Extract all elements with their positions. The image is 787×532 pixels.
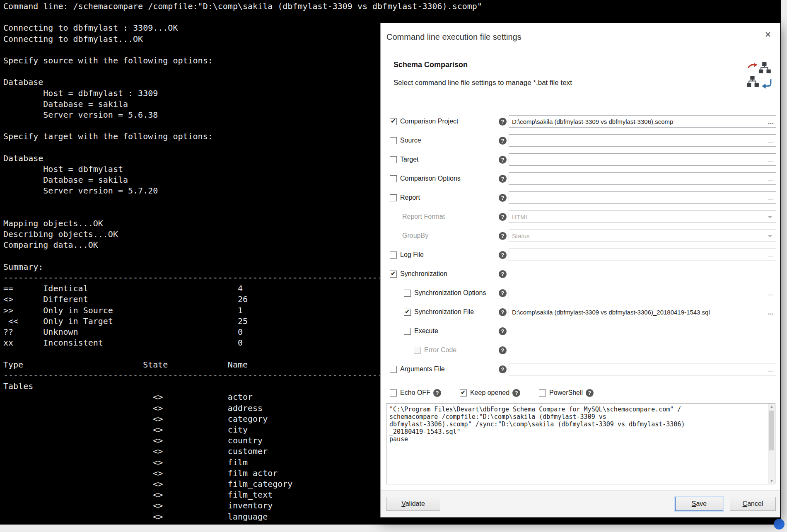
arguments-file-checkbox[interactable] xyxy=(390,366,397,373)
comparison-options-label: Comparison Options xyxy=(400,175,461,182)
synchronization-options-help-icon[interactable]: ? xyxy=(499,289,507,297)
report-checkbox[interactable] xyxy=(390,194,397,201)
synchronization-file-label: Synchronization File xyxy=(414,308,474,316)
synchronization-label: Synchronization xyxy=(400,270,447,278)
source-help-icon[interactable]: ? xyxy=(499,137,507,145)
row-target: Target ? … xyxy=(381,150,780,169)
error-code-label: Error Code xyxy=(424,346,456,354)
textarea-scrollbar[interactable] xyxy=(768,404,775,484)
notification-dot[interactable] xyxy=(774,519,785,530)
save-button-label: Save xyxy=(692,500,707,508)
report-format-label: Report Format xyxy=(402,213,445,220)
row-error-code: Error Code ? xyxy=(381,341,780,360)
synchronization-checkbox[interactable] xyxy=(390,271,397,278)
echo-off-checkbox[interactable] xyxy=(390,389,397,397)
dialog-title: Command line execution file settings xyxy=(386,32,521,42)
scrollbar-thumb[interactable] xyxy=(769,411,774,450)
synchronization-options-input[interactable] xyxy=(509,287,776,299)
powershell-checkbox[interactable] xyxy=(539,389,546,397)
comparison-project-input[interactable] xyxy=(509,115,776,128)
comparison-project-help-icon[interactable]: ? xyxy=(499,118,507,126)
row-report: Report ? … xyxy=(381,188,780,207)
row-synchronization-file: Synchronization File ? … xyxy=(381,302,780,322)
execute-help-icon[interactable]: ? xyxy=(499,327,507,335)
execute-checkbox[interactable] xyxy=(404,328,411,335)
row-comparison-options: Comparison Options ? … xyxy=(381,169,780,188)
target-checkbox[interactable] xyxy=(390,156,397,163)
synchronization-help-icon[interactable]: ? xyxy=(499,270,507,278)
close-icon[interactable]: ✕ xyxy=(763,29,773,40)
command-line-settings-dialog: Command line execution file settings ✕ S… xyxy=(380,23,780,517)
log-file-help-icon[interactable]: ? xyxy=(499,251,507,259)
arguments-file-input[interactable] xyxy=(509,363,776,375)
target-label: Target xyxy=(400,156,418,163)
synchronization-file-checkbox[interactable] xyxy=(404,309,411,316)
error-code-help-icon[interactable]: ? xyxy=(499,346,507,354)
synchronization-file-browse-button[interactable]: … xyxy=(766,306,776,318)
schema-comparison-heading: Schema Comparison xyxy=(394,60,468,69)
report-label: Report xyxy=(400,194,420,201)
synchronization-file-input[interactable] xyxy=(509,306,776,318)
groupby-label: GroupBy xyxy=(402,232,428,239)
source-browse-button[interactable]: … xyxy=(766,135,776,146)
row-execute: Execute ? xyxy=(381,322,780,341)
synchronization-options-checkbox[interactable] xyxy=(404,290,411,297)
echo-off-label: Echo OFF xyxy=(400,389,430,397)
dialog-footer: Validate Save Cancel xyxy=(381,490,780,517)
source-checkbox[interactable] xyxy=(390,137,397,144)
echo-off-group: Echo OFF ? xyxy=(390,389,443,397)
target-browse-button[interactable]: … xyxy=(766,154,776,165)
cancel-button[interactable]: Cancel xyxy=(730,497,776,511)
keep-opened-label: Keep opened xyxy=(470,389,509,397)
groupby-value: Status xyxy=(512,232,530,239)
validate-button-label: Validate xyxy=(401,500,425,508)
arguments-file-browse-button[interactable]: … xyxy=(766,363,776,375)
comparison-options-input[interactable] xyxy=(509,172,776,185)
echo-off-help-icon[interactable]: ? xyxy=(433,389,441,397)
keep-opened-checkbox[interactable] xyxy=(460,389,467,397)
schema-sync-icon xyxy=(746,61,773,90)
row-arguments-file: Arguments File ? … xyxy=(381,360,780,379)
arguments-file-help-icon[interactable]: ? xyxy=(499,365,507,373)
bat-options-row: Echo OFF ? Keep opened ? PowerShell ? xyxy=(390,387,612,399)
execute-label: Execute xyxy=(414,327,438,335)
row-synchronization-options: Synchronization Options ? … xyxy=(381,283,780,302)
keep-opened-group: Keep opened ? xyxy=(460,389,522,397)
comparison-options-help-icon[interactable]: ? xyxy=(499,175,507,183)
report-format-help-icon[interactable]: ? xyxy=(499,213,507,221)
save-button[interactable]: Save xyxy=(675,497,723,511)
settings-rows: Comparison Project ? … Source ? … Targ xyxy=(381,112,780,379)
log-file-input[interactable] xyxy=(509,249,776,261)
row-report-format: Report Format ? HTML xyxy=(381,207,780,226)
comparison-project-checkbox[interactable] xyxy=(390,118,397,125)
comparison-project-browse-button[interactable]: … xyxy=(766,116,776,127)
log-file-browse-button[interactable]: … xyxy=(766,249,776,261)
keep-opened-help-icon[interactable]: ? xyxy=(512,389,520,397)
bat-text-box: "C:\Program Files\Devart\dbForge Schema … xyxy=(386,403,775,484)
target-input[interactable] xyxy=(509,153,776,166)
report-browse-button[interactable]: … xyxy=(766,192,776,203)
synchronization-options-browse-button[interactable]: … xyxy=(766,287,776,299)
source-input[interactable] xyxy=(509,134,776,147)
row-source: Source ? … xyxy=(381,131,780,150)
comparison-options-browse-button[interactable]: … xyxy=(766,173,776,184)
row-synchronization: Synchronization ? xyxy=(381,264,780,283)
target-help-icon[interactable]: ? xyxy=(499,156,507,164)
report-format-select: HTML xyxy=(509,210,776,223)
report-input[interactable] xyxy=(509,191,776,204)
report-help-icon[interactable]: ? xyxy=(499,194,507,202)
comparison-options-checkbox[interactable] xyxy=(390,175,397,182)
log-file-label: Log File xyxy=(400,251,424,259)
row-comparison-project: Comparison Project ? … xyxy=(381,112,780,131)
comparison-project-label: Comparison Project xyxy=(400,118,459,125)
groupby-help-icon[interactable]: ? xyxy=(499,232,507,240)
log-file-checkbox[interactable] xyxy=(390,251,397,259)
synchronization-file-help-icon[interactable]: ? xyxy=(499,308,507,316)
powershell-help-icon[interactable]: ? xyxy=(586,389,594,397)
source-label: Source xyxy=(400,137,421,144)
bat-text-input[interactable]: "C:\Program Files\Devart\dbForge Schema … xyxy=(386,404,768,484)
validate-button[interactable]: Validate xyxy=(386,497,440,511)
report-format-value: HTML xyxy=(512,213,529,220)
synchronization-options-label: Synchronization Options xyxy=(414,289,486,297)
groupby-select: Status xyxy=(509,230,776,242)
